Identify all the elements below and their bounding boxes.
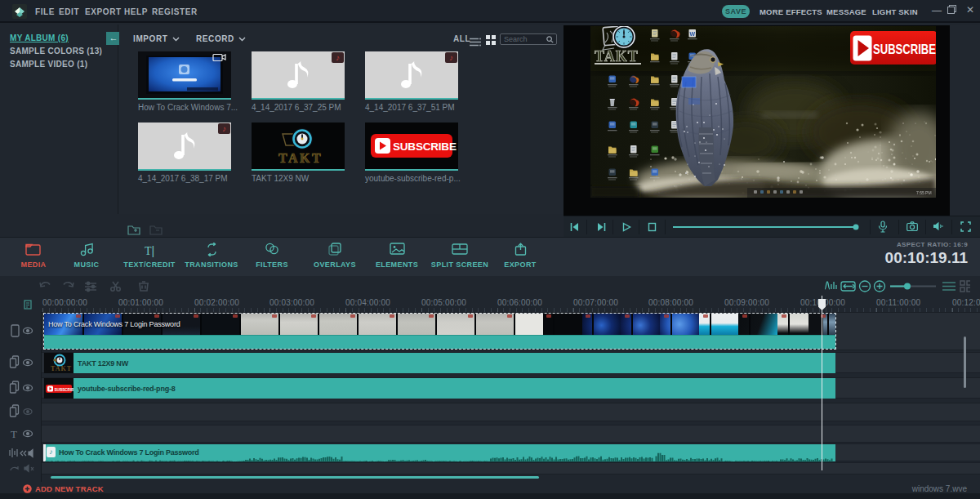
svg-text:TAKT: TAKT (51, 365, 72, 372)
svg-text:TAKT: TAKT (595, 48, 639, 65)
svg-text:T: T (11, 428, 17, 440)
svg-text:W: W (690, 31, 696, 37)
svg-text:SUBSCRIBE: SUBSCRIBE (873, 42, 936, 57)
svg-text:SUBSCRIBE: SUBSCRIBE (393, 140, 457, 153)
svg-text:SUBSCRIBE: SUBSCRIBE (55, 388, 74, 392)
svg-text:TAKT: TAKT (278, 151, 323, 165)
svg-text:7:55 PM: 7:55 PM (916, 190, 932, 195)
